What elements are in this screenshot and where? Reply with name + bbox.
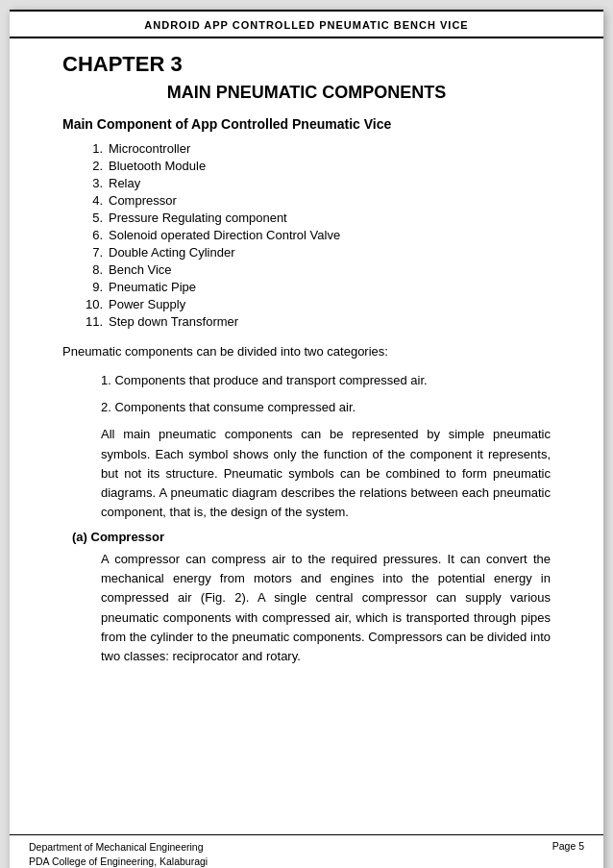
- list-num: 8.: [82, 262, 103, 277]
- compressor-paragraph: A compressor can compress air to the req…: [62, 550, 551, 666]
- list-text: Compressor: [109, 193, 177, 208]
- chapter-title: CHAPTER 3: [62, 52, 551, 77]
- components-list: 1.Microcontroller2.Bluetooth Module3.Rel…: [62, 141, 551, 329]
- list-item: 8.Bench Vice: [82, 262, 551, 277]
- list-num: 5.: [82, 211, 103, 225]
- list-text: Pneumatic Pipe: [109, 280, 196, 294]
- category-1: 1. Components that produce and transport…: [62, 371, 551, 390]
- list-item: 11.Step down Transformer: [82, 314, 551, 329]
- intro-paragraph: Pneumatic components can be divided into…: [62, 342, 551, 361]
- section-title: MAIN PNEUMATIC COMPONENTS: [62, 83, 551, 103]
- list-text: Bluetooth Module: [109, 159, 206, 173]
- list-text: Double Acting Cylinder: [109, 245, 235, 260]
- compressor-label: (a) Compressor: [62, 530, 551, 544]
- list-num: 11.: [82, 314, 103, 329]
- page-header: ANDROID APP CONTROLLED PNEUMATIC BENCH V…: [10, 10, 603, 38]
- footer-dept: Department of Mechanical Engineering: [29, 840, 208, 856]
- footer-left: Department of Mechanical Engineering PDA…: [29, 840, 208, 869]
- list-num: 3.: [82, 176, 103, 190]
- list-text: Solenoid operated Direction Control Valv…: [109, 228, 340, 242]
- page-footer: Department of Mechanical Engineering PDA…: [10, 834, 603, 869]
- list-text: Pressure Regulating component: [109, 211, 287, 225]
- list-item: 2.Bluetooth Module: [82, 159, 551, 173]
- list-item: 9.Pneumatic Pipe: [82, 280, 551, 294]
- list-num: 10.: [82, 297, 103, 311]
- list-item: 6.Solenoid operated Direction Control Va…: [82, 228, 551, 242]
- list-num: 7.: [82, 245, 103, 260]
- list-item: 3.Relay: [82, 176, 551, 190]
- list-item: 10.Power Supply: [82, 297, 551, 311]
- footer-page: Page 5: [552, 840, 584, 852]
- list-num: 9.: [82, 280, 103, 294]
- page: ANDROID APP CONTROLLED PNEUMATIC BENCH V…: [10, 10, 603, 868]
- footer-college: PDA College of Engineering, Kalaburagi: [29, 855, 208, 868]
- list-item: 7.Double Acting Cylinder: [82, 245, 551, 260]
- subsection-title: Main Component of App Controlled Pneumat…: [62, 116, 551, 132]
- category-2: 2. Components that consume compressed ai…: [62, 398, 551, 417]
- header-title: ANDROID APP CONTROLLED PNEUMATIC BENCH V…: [144, 19, 468, 31]
- list-num: 6.: [82, 228, 103, 242]
- list-item: 5.Pressure Regulating component: [82, 211, 551, 225]
- list-item: 4.Compressor: [82, 193, 551, 208]
- description-paragraph: All main pneumatic components can be rep…: [62, 425, 551, 522]
- list-text: Relay: [109, 176, 140, 190]
- list-text: Bench Vice: [109, 262, 172, 277]
- list-text: Step down Transformer: [109, 314, 238, 329]
- list-num: 1.: [82, 141, 103, 156]
- page-content: CHAPTER 3 MAIN PNEUMATIC COMPONENTS Main…: [10, 52, 603, 732]
- list-text: Power Supply: [109, 297, 185, 311]
- list-text: Microcontroller: [109, 141, 190, 156]
- list-num: 2.: [82, 159, 103, 173]
- list-item: 1.Microcontroller: [82, 141, 551, 156]
- list-num: 4.: [82, 193, 103, 208]
